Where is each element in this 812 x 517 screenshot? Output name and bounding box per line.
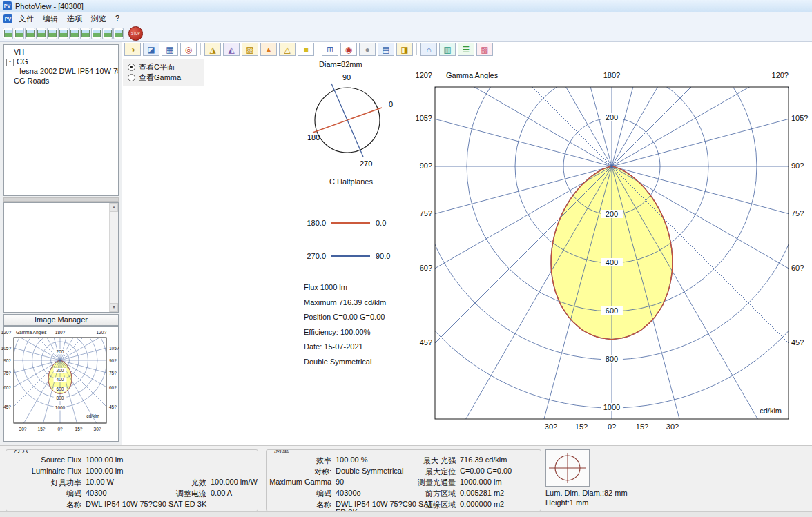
copy-image-icon[interactable]	[69, 28, 79, 39]
svg-text:60?: 60?	[791, 264, 804, 272]
field-label: 测量光通量	[394, 478, 456, 488]
save-all-icon[interactable]	[36, 28, 46, 39]
photo-glyph	[26, 30, 35, 37]
stop-icon[interactable]: STOP	[128, 26, 143, 41]
panel-splitter[interactable]	[3, 197, 119, 202]
beam-diagram-icon[interactable]: ▧	[242, 43, 258, 56]
menu-item-options[interactable]: 选项	[64, 12, 88, 26]
svg-text:30?: 30?	[94, 427, 102, 431]
svg-text:400: 400	[606, 258, 618, 266]
vertical-scrollbar[interactable]: ▲ ▼	[109, 203, 118, 312]
rousseau-diagram-icon[interactable]: ◉	[340, 43, 357, 56]
diagram-toolbar: ◑◪▦◎◮◭▧▲△■⊞◉●▤◨⌂▥☰▩	[124, 43, 493, 56]
values-table-icon[interactable]: ⊞	[322, 43, 338, 56]
rousseau-diagram-glyph: ◉	[345, 46, 352, 54]
radio-icon[interactable]	[128, 74, 135, 81]
cartesian-diagram-icon[interactable]: ◪	[143, 43, 160, 56]
legend-line-red	[331, 222, 370, 224]
photo-glyph	[4, 30, 12, 37]
tree-expander-icon[interactable]: -	[6, 59, 14, 66]
polar-preview-panel: 200400600800100020045?45?60?60?75?75?90?…	[3, 326, 119, 442]
photo-glyph	[104, 30, 112, 37]
save-file-icon[interactable]	[25, 28, 35, 39]
isolux-diagram-icon[interactable]: ◎	[180, 43, 197, 56]
previous-image-icon[interactable]	[91, 28, 102, 39]
options-icon[interactable]	[113, 28, 124, 39]
tree-item-cg[interactable]: -CG	[4, 57, 118, 66]
svg-text:75?: 75?	[3, 371, 11, 375]
toolbar-separator	[200, 43, 201, 55]
field-label: 最大 光强	[394, 456, 456, 466]
photometry-info: Flux 1000 lm Maximum 716.39 cd/klm Posit…	[304, 280, 386, 369]
cone-diagram-icon[interactable]: ▲	[260, 43, 277, 56]
scroll-up-icon[interactable]: ▲	[110, 203, 118, 212]
view-option-c-plane[interactable]: 查看C平面	[128, 62, 204, 72]
tree-item-label: CG Roads	[14, 77, 49, 85]
tree-item-vh[interactable]: VH	[4, 47, 118, 57]
field-value: 10.00 W	[86, 478, 114, 486]
field-label: Luminaire Flux	[9, 467, 81, 475]
svg-text:0?: 0?	[608, 422, 616, 431]
menu-item-help[interactable]: ?	[113, 12, 126, 26]
photo-glyph	[81, 30, 90, 37]
tree-item-label: CG	[17, 57, 28, 66]
ugr-table-glyph: ▤	[382, 46, 389, 54]
scroll-down-icon[interactable]: ▼	[110, 303, 118, 312]
field-label: 编码	[269, 489, 331, 499]
legend-to-label: 90.0	[376, 252, 390, 260]
menu-item-file[interactable]: 文件	[16, 12, 40, 26]
area-diagram-icon[interactable]: ■	[298, 43, 314, 56]
intensity-table-icon[interactable]: ▦	[162, 43, 178, 56]
interior-view-glyph: ⌂	[426, 46, 431, 54]
menu-item-edit[interactable]: 编辑	[40, 12, 64, 26]
export-image-icon[interactable]	[58, 28, 68, 39]
groupbox-title: 测量	[272, 449, 291, 453]
app-icon[interactable]: PV	[3, 1, 12, 10]
next-image-icon[interactable]	[102, 28, 113, 39]
new-document-icon[interactable]	[3, 28, 13, 39]
field-value: C=0.00 G=0.00	[460, 467, 512, 475]
c-plane-polar-icon[interactable]: ◑	[124, 43, 141, 56]
svg-text:200: 200	[57, 368, 64, 373]
spectrum-diagram-icon[interactable]: ▩	[476, 43, 493, 56]
cutoff-diagram-glyph: △	[284, 46, 290, 54]
ugr-table-icon[interactable]: ▤	[378, 43, 394, 56]
field-value: DWL IP54 10W 75?C90 SAT ED 3K	[86, 500, 206, 508]
photo-glyph	[115, 30, 123, 37]
paste-image-icon[interactable]	[80, 28, 90, 39]
import-image-icon[interactable]	[47, 28, 57, 39]
field-row: Maximum Gamma90	[269, 478, 394, 489]
menu-item-browse[interactable]: 浏览	[88, 12, 113, 26]
photo-glyph	[59, 30, 68, 37]
glare-diagram-icon[interactable]: ◨	[396, 43, 413, 56]
field-value: 100.000 lm/W	[211, 478, 258, 486]
field-row: 灯具功率10.00 W光效100.000 lm/W	[9, 478, 256, 489]
photometric-sphere-icon[interactable]: ●	[359, 43, 376, 56]
radio-icon[interactable]	[128, 64, 135, 71]
tree-item-iesna-2002[interactable]: Iesna 2002 DWL IP54 10W 75?C90	[4, 66, 118, 76]
solid-3d-icon[interactable]: ◭	[223, 43, 240, 56]
field-row: Luminaire Flux1000.00 lm	[9, 467, 256, 478]
legend-from-label: 180.0	[304, 219, 326, 227]
grid-values-icon[interactable]: ▥	[439, 43, 456, 56]
svg-text:105?: 105?	[109, 346, 119, 351]
toolbar-icons	[3, 28, 124, 39]
field-row: 对称:Double Symmetrical	[269, 467, 394, 478]
summary-report-icon[interactable]: ☰	[458, 43, 474, 56]
open-file-icon[interactable]	[14, 28, 24, 39]
c-halfplane-diagram: 90 0 180 270	[307, 69, 397, 169]
tree-item-cg-roads[interactable]: CG Roads	[4, 76, 118, 86]
cutoff-diagram-icon[interactable]: △	[279, 43, 296, 56]
horizontal-scrollbar[interactable]	[0, 511, 812, 517]
interior-view-icon[interactable]: ⌂	[420, 43, 437, 56]
svg-text:200: 200	[606, 210, 618, 218]
lum-dim-diameter-label: Lum. Dim. Diam.:82 mm	[545, 489, 628, 497]
svg-text:75?: 75?	[109, 371, 117, 375]
symmetry-info: Double Symmetrical	[304, 355, 386, 370]
view-option-gamma[interactable]: 查看Gamma	[128, 72, 204, 83]
flux-zones-icon[interactable]: ◮	[204, 43, 221, 56]
image-manager-button[interactable]: Image Manager	[3, 314, 119, 326]
tree-item-label: Iesna 2002 DWL IP54 10W 75?C90	[19, 67, 119, 75]
field-label: 对称:	[269, 467, 331, 477]
document-icon[interactable]: PV	[3, 14, 12, 23]
